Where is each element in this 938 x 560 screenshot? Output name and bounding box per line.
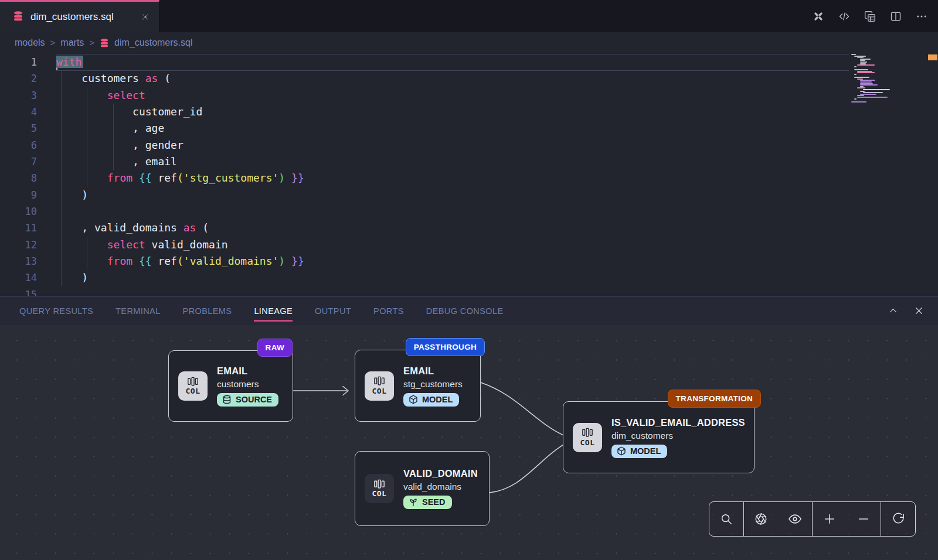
breadcrumb-item-models[interactable]: models (15, 37, 45, 48)
minimap[interactable] (851, 54, 898, 103)
app-window: dim_customers.sql models>marts>dim_custo… (0, 0, 938, 560)
minimap-line (857, 57, 864, 58)
code-line-6: , gender (56, 137, 938, 153)
minus-icon (857, 513, 870, 525)
panel-tab-output[interactable]: OUTPUT (315, 306, 351, 316)
indent-guide (87, 87, 87, 187)
minimap-line (857, 72, 875, 73)
breadcrumb-separator: > (89, 37, 94, 47)
minimap-line (860, 81, 872, 83)
column-chip-label: COL (372, 489, 387, 498)
code-line-2: customers as ( (56, 70, 938, 87)
source-tag: SOURCE (217, 393, 278, 407)
lineage-node-stg_customers[interactable]: PASSTHROUGHCOLEMAILstg_customersMODEL (355, 350, 481, 422)
columns-icon (373, 479, 385, 489)
panel-tab-ports[interactable]: PORTS (373, 306, 404, 316)
toolbar-segment (709, 502, 743, 536)
line-number: 3 (0, 87, 56, 104)
tab-bar: dim_customers.sql (0, 0, 938, 32)
zoom-search-button[interactable] (709, 513, 743, 525)
close-icon[interactable] (141, 13, 149, 21)
passthrough-badge: PASSTHROUGH (406, 338, 485, 356)
lineage-node-valid_domains[interactable]: COLVALID_DOMAINvalid_domainsSEED (355, 451, 490, 526)
minimap-line (854, 69, 868, 70)
minimap-line (863, 89, 890, 90)
code-view-icon (838, 11, 850, 22)
minimap-line (851, 101, 866, 103)
columns-icon (582, 428, 593, 437)
lineage-node-dim_customers[interactable]: TRANSFORMATIONCOLIS_VALID_EMAIL_ADDRESSd… (563, 401, 755, 473)
pinwheel-icon (813, 11, 824, 22)
code-line-11: , valid_domains as ( (56, 220, 938, 236)
editor-actions (813, 0, 927, 32)
indent-guide (113, 104, 114, 170)
line-number: 7 (0, 153, 56, 170)
database-icon (13, 11, 23, 23)
close-panel-icon[interactable] (914, 306, 924, 316)
column-chip: COL (573, 423, 602, 452)
cube-icon (617, 446, 626, 456)
node-column-name: VALID_DOMAIN (403, 468, 478, 479)
code-line-8: from {{ ref('stg_customers') }} (56, 170, 938, 186)
indent-guide (87, 237, 87, 270)
lineage-node-customers[interactable]: RAWCOLEMAILcustomersSOURCE (168, 350, 293, 422)
minimap-line (860, 84, 878, 86)
breadcrumb-item-dim_customers-sql[interactable]: dim_customers.sql (100, 37, 192, 48)
maximize-panel-icon[interactable] (888, 306, 898, 316)
panel-tab-problems[interactable]: PROBLEMS (183, 306, 232, 316)
split-editor-icon[interactable] (890, 11, 902, 22)
maximize-panel-icon (888, 306, 898, 316)
node-model-name: valid_domains (403, 482, 478, 492)
minimap-line (854, 98, 857, 100)
aperture-icon (755, 513, 767, 525)
line-number: 1 (0, 54, 56, 70)
editor-tab[interactable]: dim_customers.sql (0, 0, 159, 32)
minimap-line (860, 62, 867, 63)
copy-table-icon[interactable] (864, 11, 876, 22)
code-line-15 (56, 286, 938, 296)
breadcrumb-item-marts[interactable]: marts (60, 37, 84, 48)
minimap-line (854, 74, 857, 75)
code-line-13: from {{ ref('valid_domains') }} (56, 253, 938, 269)
more-actions-icon[interactable] (916, 11, 927, 22)
line-number: 2 (0, 70, 56, 87)
panel-tab-lineage[interactable]: LINEAGE (254, 306, 293, 316)
close-panel-icon (914, 306, 924, 316)
model-tag: MODEL (403, 393, 459, 407)
code-line-12: select valid_domain (56, 237, 938, 253)
code-view-icon[interactable] (838, 11, 850, 22)
panel-tab-debug-console[interactable]: DEBUG CONSOLE (426, 306, 504, 316)
panel-tab-terminal[interactable]: TERMINAL (115, 306, 161, 316)
line-number: 9 (0, 187, 56, 203)
code-line-10 (56, 203, 938, 220)
visibility-button[interactable] (778, 513, 812, 525)
code-line-3: select (56, 87, 938, 104)
breadcrumb-label: dim_customers.sql (114, 37, 192, 48)
zoom-out-button[interactable] (847, 513, 881, 525)
line-number-gutter: 123456789101112131415 (0, 53, 56, 296)
transformation-badge: TRANSFORMATION (668, 390, 761, 408)
minimap-line (857, 64, 875, 66)
indent-guide (61, 70, 62, 286)
copy-table-icon (864, 11, 876, 22)
toolbar-segment (881, 502, 915, 536)
zoom-in-button[interactable] (813, 513, 847, 525)
panel-tab-query-results[interactable]: QUERY RESULTS (19, 306, 93, 316)
panel-tab-bar: QUERY RESULTSTERMINALPROBLEMSLINEAGEOUTP… (0, 296, 938, 325)
pinwheel-icon[interactable] (813, 11, 824, 22)
breadcrumb-separator: > (50, 37, 56, 47)
code-editor[interactable]: 123456789101112131415 with customers as … (0, 53, 938, 296)
node-model-name: customers (217, 379, 278, 390)
line-number: 8 (0, 170, 56, 186)
lineage-canvas[interactable]: RAWCOLEMAILcustomersSOURCEPASSTHROUGHCOL… (0, 325, 938, 560)
cube-icon (409, 395, 418, 404)
lineage-toolbar (709, 501, 916, 537)
code-area[interactable]: with customers as ( select customer_id ,… (56, 53, 938, 296)
screenshot-button[interactable] (744, 513, 778, 525)
refresh-button[interactable] (881, 513, 915, 525)
minimap-line (854, 77, 869, 78)
column-chip-label: COL (372, 387, 387, 395)
minimap-line (851, 54, 856, 55)
columns-icon (373, 376, 385, 385)
code-line-4: customer_id (56, 104, 938, 120)
